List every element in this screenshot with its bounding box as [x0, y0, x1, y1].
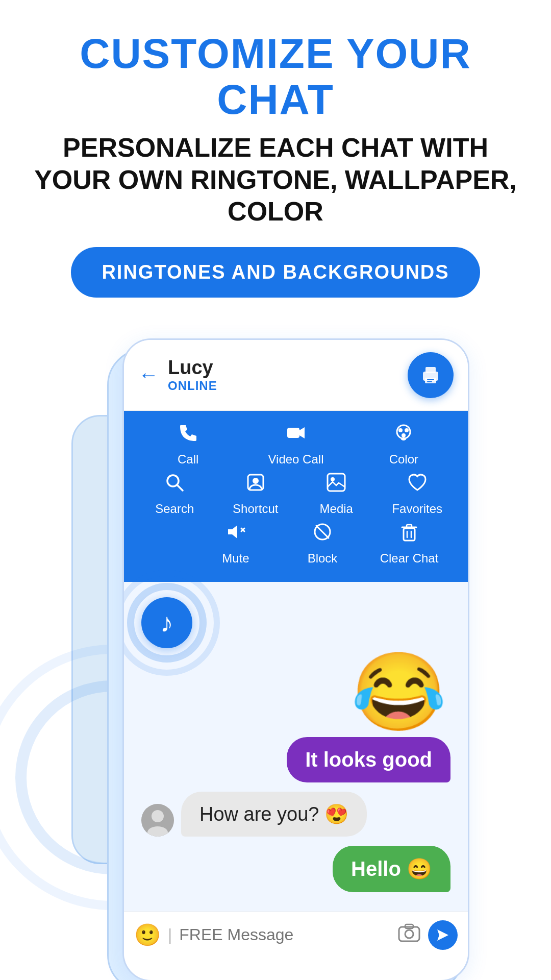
- mute-label: Mute: [222, 551, 249, 566]
- cta-button[interactable]: RINGTONES AND BACKGROUNDS: [71, 247, 480, 298]
- msg-bubble-green: Hello 😄: [333, 846, 450, 892]
- send-button[interactable]: [428, 920, 458, 950]
- videocall-icon: [285, 422, 307, 448]
- svg-line-13: [177, 485, 183, 491]
- media-icon: [325, 472, 347, 498]
- svg-point-9: [405, 428, 409, 432]
- shortcut-icon: [245, 472, 266, 498]
- svg-marker-6: [299, 427, 305, 438]
- chat-body: ♪ 😂 It looks good How are you? 😍 Hello 😄: [124, 582, 468, 912]
- svg-marker-18: [228, 525, 237, 538]
- svg-marker-34: [437, 929, 448, 941]
- camera-button[interactable]: [397, 921, 421, 949]
- menu-item-media[interactable]: Media: [303, 472, 369, 516]
- emoji-button[interactable]: 🙂: [134, 922, 161, 947]
- chat-input-bar: 🙂 |: [124, 912, 468, 958]
- contact-status: ONLINE: [168, 379, 408, 393]
- music-icon: ♪: [160, 607, 173, 638]
- videocall-label: Video Call: [268, 452, 324, 467]
- phone-screen: ← Lucy ONLINE: [122, 338, 469, 980]
- menu-item-videocall[interactable]: Video Call: [263, 422, 329, 467]
- chat-menu: Call Video Call Color: [124, 411, 468, 582]
- svg-rect-3: [427, 379, 434, 380]
- clearchat-label: Clear Chat: [380, 551, 439, 566]
- svg-point-32: [405, 930, 413, 938]
- menu-item-shortcut[interactable]: Shortcut: [222, 472, 289, 516]
- svg-rect-11: [401, 437, 406, 440]
- message-input[interactable]: [179, 920, 390, 949]
- menu-item-block[interactable]: Block: [289, 521, 356, 566]
- svg-line-22: [316, 526, 329, 538]
- svg-rect-16: [328, 474, 345, 491]
- top-section: CUSTOMIZE YOUR CHAT PERSONALIZE EACH CHA…: [0, 0, 551, 313]
- block-label: Block: [308, 551, 338, 566]
- svg-point-10: [402, 433, 406, 437]
- svg-point-17: [331, 477, 335, 481]
- shortcut-label: Shortcut: [233, 502, 278, 516]
- input-divider: |: [168, 925, 172, 944]
- svg-rect-23: [404, 528, 415, 541]
- msg-bubble-purple: It looks good: [287, 737, 450, 782]
- music-bubble: ♪: [141, 597, 192, 648]
- favorites-label: Favorites: [392, 502, 442, 516]
- msg-sent-2: Hello 😄: [136, 846, 450, 892]
- avatar: [141, 804, 174, 837]
- menu-fab-button[interactable]: [408, 352, 454, 398]
- svg-point-29: [152, 810, 164, 822]
- contact-info: Lucy ONLINE: [168, 357, 408, 393]
- search-icon: [164, 472, 185, 498]
- menu-item-color[interactable]: Color: [370, 422, 437, 467]
- svg-rect-2: [425, 378, 436, 383]
- contact-name: Lucy: [168, 357, 408, 379]
- favorites-icon: [407, 472, 428, 498]
- main-title: CUSTOMIZE YOUR CHAT: [31, 31, 520, 122]
- svg-rect-1: [425, 367, 436, 373]
- msg-received-1: How are you? 😍: [141, 792, 456, 837]
- svg-rect-5: [287, 428, 299, 438]
- msg-bubble-gray: How are you? 😍: [181, 792, 367, 837]
- back-button[interactable]: ←: [138, 363, 159, 386]
- chat-header: ← Lucy ONLINE: [124, 340, 468, 411]
- menu-item-search[interactable]: Search: [141, 472, 208, 516]
- menu-row-2: Search Shortcut Media: [134, 472, 458, 516]
- search-label: Search: [155, 502, 194, 516]
- phone-wrapper: ← Lucy ONLINE: [77, 333, 474, 980]
- svg-point-15: [253, 478, 259, 484]
- call-label: Call: [178, 452, 198, 467]
- block-icon: [312, 521, 333, 547]
- menu-item-favorites[interactable]: Favorites: [384, 472, 450, 516]
- msg-sent-1: It looks good: [136, 737, 450, 782]
- color-icon: [393, 422, 414, 448]
- call-icon: [178, 422, 199, 448]
- menu-row-1: Call Video Call Color: [134, 422, 458, 467]
- clearchat-icon: [398, 521, 420, 547]
- media-label: Media: [320, 502, 353, 516]
- mute-icon: [225, 521, 246, 547]
- svg-rect-4: [427, 381, 432, 382]
- color-label: Color: [389, 452, 418, 467]
- subtitle: PERSONALIZE EACH CHAT WITH YOUR OWN RING…: [31, 132, 520, 227]
- menu-item-mute[interactable]: Mute: [203, 521, 269, 566]
- svg-rect-25: [407, 525, 412, 528]
- menu-row-3: Mute Block Clear Chat: [134, 521, 458, 566]
- svg-point-8: [398, 428, 403, 432]
- menu-item-clearchat[interactable]: Clear Chat: [376, 521, 442, 566]
- menu-item-call[interactable]: Call: [155, 422, 221, 467]
